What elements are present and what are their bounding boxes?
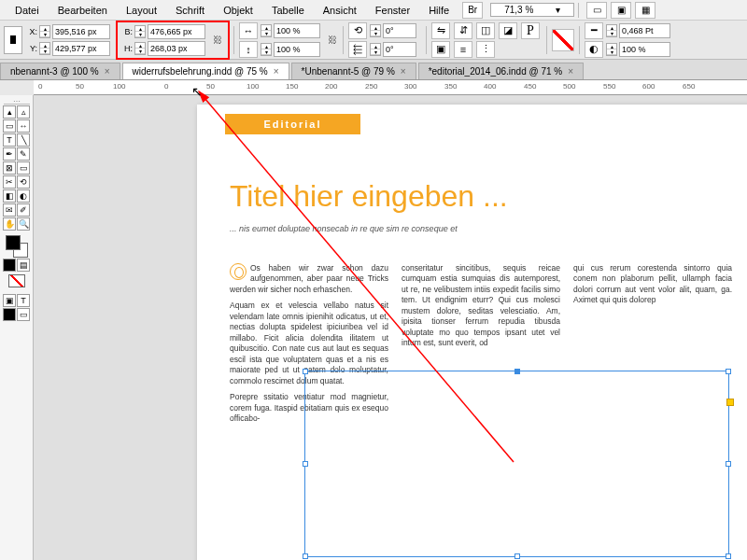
arrange-icon[interactable]: ▦ xyxy=(635,2,655,19)
bridge-button[interactable]: Br xyxy=(462,2,483,19)
shear-spinner[interactable]: ▴▾ xyxy=(370,43,381,56)
ruler-mark: 600 xyxy=(642,82,655,91)
rectangle-frame-tool-icon[interactable]: ⊠ xyxy=(3,161,16,175)
apply-color-icon[interactable] xyxy=(3,259,16,272)
screen-mode-preview-icon[interactable]: ▭ xyxy=(17,308,30,321)
note-tool-icon[interactable]: ✉ xyxy=(3,203,16,217)
h-spinner[interactable]: ▴▾ xyxy=(134,42,146,55)
shear-input[interactable] xyxy=(383,42,416,57)
handle-top-right[interactable] xyxy=(726,369,731,374)
x-input[interactable] xyxy=(52,24,110,39)
y-input[interactable] xyxy=(52,41,110,56)
fill-stroke-swatch[interactable] xyxy=(6,235,28,258)
line-tool-icon[interactable]: ╲ xyxy=(17,133,30,147)
fit-frame-icon[interactable]: ▣ xyxy=(431,41,450,58)
live-corner-icon[interactable] xyxy=(726,399,734,406)
flip-v-icon[interactable]: ⇵ xyxy=(454,22,472,39)
select-content-icon[interactable]: ◪ xyxy=(499,22,517,39)
doc-tab-0[interactable]: nbenannt-3 @ 100 %× xyxy=(0,63,120,79)
pen-tool-icon[interactable]: ✒ xyxy=(3,147,16,161)
gap-tool-icon[interactable]: ↔ xyxy=(17,119,30,133)
flip-h-icon[interactable]: ⇋ xyxy=(431,22,450,39)
opacity-spinner[interactable]: ▴▾ xyxy=(606,43,617,56)
y-spinner[interactable]: ▴▾ xyxy=(39,42,50,55)
opacity-input[interactable] xyxy=(619,42,670,57)
close-icon[interactable]: × xyxy=(568,66,573,77)
rotate-input[interactable] xyxy=(383,23,416,38)
pencil-tool-icon[interactable]: ✎ xyxy=(17,147,30,161)
height-input[interactable] xyxy=(148,41,205,56)
menu-ansicht[interactable]: Ansicht xyxy=(314,5,366,16)
x-label: X: xyxy=(26,27,37,36)
eyedropper-tool-icon[interactable]: ✐ xyxy=(17,203,30,217)
transform-tool-icon[interactable]: ⟲ xyxy=(17,175,30,189)
scale-y-spinner[interactable]: ▴▾ xyxy=(261,43,272,56)
handle-bottom-right[interactable] xyxy=(726,553,731,559)
menu-objekt[interactable]: Objekt xyxy=(214,5,262,16)
distribute-icon[interactable]: ⋮ xyxy=(476,41,495,58)
selection-frame[interactable] xyxy=(304,371,729,557)
zoom-level[interactable]: 71,3 %▾ xyxy=(490,3,574,17)
rotate-icon: ⟲ xyxy=(348,22,367,39)
menu-schrift[interactable]: Schrift xyxy=(166,5,214,16)
stroke-spinner[interactable]: ▴▾ xyxy=(606,24,617,37)
scale-y-icon: ↕ xyxy=(239,41,258,58)
link-scale-icon[interactable]: ⛓ xyxy=(326,35,339,45)
menu-fenster[interactable]: Fenster xyxy=(366,5,419,16)
stroke-input[interactable] xyxy=(619,23,670,38)
selection-tool-icon[interactable]: ▴ xyxy=(3,105,16,119)
x-spinner[interactable]: ▴▾ xyxy=(39,25,50,38)
scale-x-input[interactable] xyxy=(274,23,320,38)
width-height-highlight: B: ▴▾ H: ▴▾ ⛓ xyxy=(116,21,230,60)
reference-point-icon[interactable] xyxy=(4,26,22,54)
menu-bearbeiten[interactable]: Bearbeiten xyxy=(49,5,117,16)
doc-tab-2[interactable]: *Unbenannt-5 @ 79 %× xyxy=(291,63,416,79)
fill-none-icon[interactable] xyxy=(552,29,574,51)
canvas[interactable]: Editorial Titel hier eingeben ... ... ni… xyxy=(34,95,747,560)
close-icon[interactable]: × xyxy=(401,66,406,77)
ruler-mark: 150 xyxy=(286,82,298,91)
apply-none-icon[interactable] xyxy=(8,274,25,287)
handle-bottom-mid[interactable] xyxy=(514,553,520,559)
handle-bottom-left[interactable] xyxy=(303,553,308,559)
preview-view-icon[interactable]: T xyxy=(17,294,30,307)
toolbox-grip-icon[interactable]: ⋯ xyxy=(4,97,30,105)
menu-layout[interactable]: Layout xyxy=(117,5,166,16)
normal-view-icon[interactable]: ▣ xyxy=(3,294,16,307)
ruler-mark: 550 xyxy=(603,82,615,91)
type-tool-icon[interactable]: T xyxy=(3,133,16,147)
doc-tab-3[interactable]: *editorial_2014_06.indd @ 71 %× xyxy=(418,63,584,79)
direct-selection-tool-icon[interactable]: ▵ xyxy=(17,105,30,119)
paragraph-style-icon[interactable]: P xyxy=(521,22,540,39)
screen-mode-normal-icon[interactable] xyxy=(3,308,16,321)
page-tool-icon[interactable]: ▭ xyxy=(3,119,16,133)
menu-datei[interactable]: Datei xyxy=(6,5,49,16)
close-icon[interactable]: × xyxy=(105,66,110,77)
doc-tab-1[interactable]: widerrufsbelehrung.indd @ 75 %× xyxy=(122,63,289,79)
handle-mid-left[interactable] xyxy=(303,461,308,467)
select-container-icon[interactable]: ◫ xyxy=(476,22,495,39)
scissors-tool-icon[interactable]: ✂ xyxy=(3,175,16,189)
link-wh-icon[interactable]: ⛓ xyxy=(211,24,224,56)
menu-tabelle[interactable]: Tabelle xyxy=(262,5,314,16)
scale-y-input[interactable] xyxy=(274,42,320,57)
gradient-feather-tool-icon[interactable]: ◐ xyxy=(17,189,30,203)
zoom-tool-icon[interactable]: 🔍 xyxy=(17,217,30,231)
w-spinner[interactable]: ▴▾ xyxy=(134,25,146,38)
close-icon[interactable]: × xyxy=(274,66,279,77)
gradient-tool-icon[interactable]: ◧ xyxy=(3,189,16,203)
width-input[interactable] xyxy=(148,24,205,39)
apply-gradient-icon[interactable]: ▤ xyxy=(17,259,30,272)
ruler-mark: 350 xyxy=(444,82,457,91)
hand-tool-icon[interactable]: ✋ xyxy=(3,217,16,231)
align-icon[interactable]: ≡ xyxy=(454,41,472,58)
view-mode-icon[interactable]: ▭ xyxy=(586,2,607,19)
rotate-spinner[interactable]: ▴▾ xyxy=(370,24,381,37)
handle-mid-right[interactable] xyxy=(726,461,731,467)
scale-x-spinner[interactable]: ▴▾ xyxy=(261,24,272,37)
menu-hilfe[interactable]: Hilfe xyxy=(419,5,458,16)
rectangle-tool-icon[interactable]: ▭ xyxy=(17,161,30,175)
handle-top-mid[interactable] xyxy=(514,369,520,374)
handle-top-left[interactable] xyxy=(303,369,308,374)
screen-mode-icon[interactable]: ▣ xyxy=(611,2,631,19)
